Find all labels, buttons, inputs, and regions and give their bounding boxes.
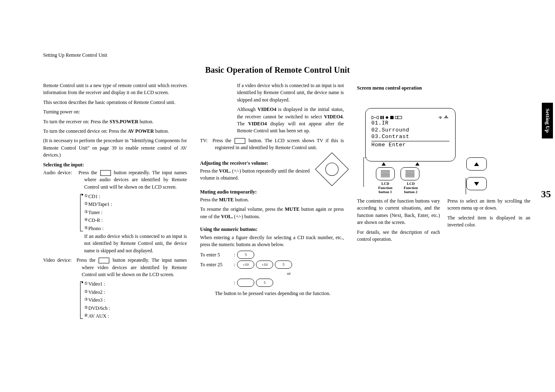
- lcd-line: 02.Surround: [371, 127, 449, 134]
- svg-marker-0: [372, 116, 375, 119]
- turn-receiver-line: To turn the receiver on: Press the SYS.P…: [43, 118, 187, 125]
- bracket-icon: [80, 194, 83, 231]
- audio-item: Tuner :: [88, 210, 103, 215]
- muting-heading: Muting audio temporarily:: [200, 189, 344, 196]
- desc-left-2: For details, see the description of each…: [357, 229, 440, 243]
- circled-num: ②: [84, 289, 88, 295]
- fn1-label: LCD Function button 1: [374, 182, 396, 194]
- plus10-icon: +10: [256, 261, 273, 269]
- list-item: ①CD1 :: [84, 193, 187, 200]
- bottom-two-cols: The contents of the function buttons var…: [357, 198, 530, 245]
- numeric-note: The button to be pressed varies dependin…: [200, 290, 344, 297]
- blank-pill-icon: [237, 279, 254, 287]
- column-3: Screen menu control operation: [357, 82, 530, 380]
- column-2: If a video device which is connected to …: [200, 82, 344, 380]
- audio-item: Phono :: [88, 226, 104, 231]
- audio-item: CD-R :: [88, 217, 103, 223]
- pointer-line-icon: [458, 178, 474, 198]
- turn-receiver-pre: To turn the receiver on: Press the: [43, 119, 109, 125]
- intro-1: Remote Control unit is a new type of rem…: [43, 82, 187, 97]
- vol-label: VOL.: [219, 168, 231, 174]
- page-title: Basic Operation of Remote Control Unit: [0, 64, 555, 76]
- list-item: ④CD-R :: [84, 217, 187, 224]
- t: Press the: [200, 168, 219, 174]
- video4-label: VIDEO4: [258, 106, 276, 112]
- lcd-icon-row: [371, 113, 449, 120]
- fn2-label: LCD Function button 2: [400, 182, 422, 194]
- video-device-note: If a video device which is connected to …: [200, 82, 344, 104]
- av-power-label: AV POWER: [128, 128, 154, 134]
- list-item: ③Tuner :: [84, 209, 187, 216]
- circled-num: ⑤: [84, 225, 88, 231]
- mute-resume: To resume the original volume, press the…: [200, 206, 344, 220]
- video-list: ①Video1 : ②Video2 : ③Video3 : ⑤DVD/6ch :…: [43, 281, 187, 320]
- list-item: ⑥AV AUX :: [84, 313, 187, 320]
- tv-label: TV:: [200, 138, 207, 143]
- scroll-up-button-icon: [466, 157, 487, 171]
- colon: :: [234, 251, 235, 258]
- page-number: 35: [541, 187, 551, 201]
- num-5-icon: 5: [275, 261, 292, 269]
- desc-right-1: Press to select an item by scrolling the…: [447, 198, 530, 212]
- num-5-icon: 5: [256, 279, 273, 287]
- video4-label: VIDEO4: [324, 114, 343, 120]
- enter-25-row: To enter 25 : +10 +10 5: [200, 261, 344, 269]
- colon: :: [234, 279, 235, 286]
- turn-device-post: button.: [154, 128, 169, 134]
- video4-label: VIDEO4: [248, 121, 267, 127]
- enter25-label: To enter 25: [200, 261, 234, 268]
- lcd-screen-icon: 01.IR 02.Surround 03.Contrast Home Enter: [365, 108, 456, 161]
- svg-rect-2: [380, 116, 382, 119]
- adjust-volume-heading: Adjusting the receiver's volume:: [200, 160, 316, 167]
- audio-list: ①CD1 : ②MD/Tape1 : ③Tuner : ④CD-R : ⑤Pho…: [43, 193, 187, 232]
- colon: :: [234, 261, 235, 268]
- circled-num: ③: [84, 209, 88, 215]
- arrow-up-icon: [382, 162, 386, 166]
- power-note: (It is necessary to perform the procedur…: [43, 137, 187, 159]
- circled-num: ②: [84, 201, 88, 207]
- audio-text-pre: Press the: [78, 170, 99, 175]
- lcd-status-icons: [437, 113, 449, 120]
- audio-device-line: Audio device: Press the button repeatedl…: [43, 169, 187, 191]
- column-1: Remote Control unit is a new type of rem…: [43, 82, 187, 380]
- audio-item: CD1 :: [88, 194, 100, 199]
- audio-note: If an audio device which is connected to…: [43, 233, 187, 254]
- audio-button-icon: [100, 170, 111, 176]
- video-item: Video2 :: [88, 289, 105, 295]
- side-tab: Setting Up: [542, 103, 553, 138]
- circled-num: ①: [84, 281, 88, 287]
- num-5-icon: 5: [237, 251, 254, 259]
- svg-marker-1: [375, 116, 378, 119]
- video-item: Video3 :: [88, 297, 105, 303]
- mute-label: MUTE: [285, 206, 299, 212]
- desc-right-2: The selected item is displayed in an inv…: [447, 214, 530, 229]
- list-item: ②Video2 :: [84, 289, 187, 296]
- mute-label: MUTE: [219, 197, 234, 203]
- video-item: AV AUX :: [88, 313, 109, 319]
- svg-rect-5: [390, 116, 394, 119]
- dpad-icon: [315, 152, 349, 186]
- enter-5-row: To enter 5 : 5: [200, 251, 344, 259]
- svg-point-8: [440, 118, 441, 119]
- intro-2: This section describes the basic operati…: [43, 99, 187, 106]
- tv-button-icon: [235, 138, 245, 144]
- enter-25-alt-row: : 5: [200, 279, 344, 287]
- lcd-transport-icons: [371, 113, 404, 120]
- lcd-line: 03.Contrast: [371, 134, 449, 140]
- mute-line: Press the MUTE button.: [200, 196, 344, 203]
- tv-pre: Press the: [212, 138, 234, 143]
- svg-rect-7: [398, 116, 402, 119]
- t: To resume the original volume, press the: [200, 206, 285, 212]
- selecting-input-heading: Selecting the input:: [43, 161, 187, 168]
- lcd-line: Home Enter: [371, 141, 449, 148]
- fn-buttons-row: [376, 167, 456, 180]
- sys-power-label: SYS.POWER: [109, 119, 138, 125]
- numeric-text: When entering a figure directly for sele…: [200, 234, 344, 249]
- bracket-icon: [80, 281, 83, 319]
- or-label: or: [234, 270, 344, 277]
- audio-item: MD/Tape1 :: [88, 201, 112, 207]
- tv-line: TV: Press the button. The LCD screen sho…: [200, 137, 344, 152]
- vol-label: VOL.: [221, 214, 233, 219]
- page: Setting Up Remote Control Unit Basic Ope…: [0, 0, 555, 392]
- turn-receiver-post: button.: [138, 119, 154, 125]
